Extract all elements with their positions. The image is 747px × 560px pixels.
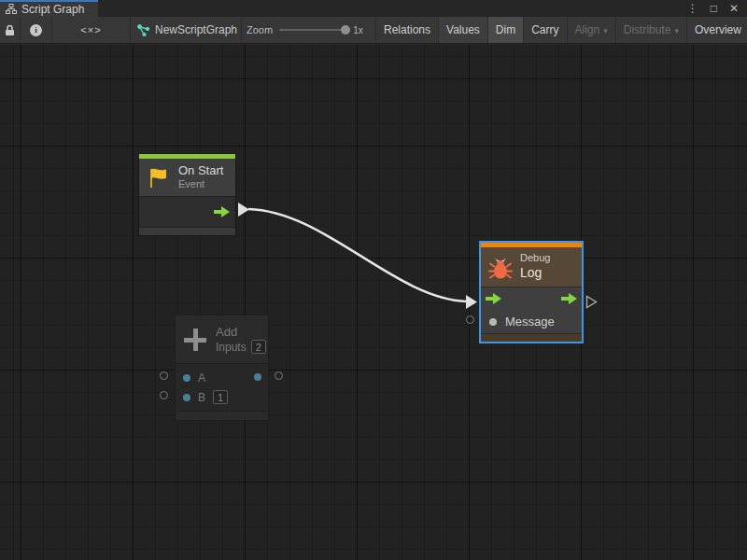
- bug-icon: [488, 255, 513, 280]
- debug-log-node[interactable]: Debug Log Message: [479, 241, 584, 343]
- flow-output-port-icon[interactable]: [214, 206, 230, 217]
- flow-continuation-triangle-icon[interactable]: [585, 295, 598, 309]
- tab-bar: Script Graph ⋮ □ ✕: [0, 0, 747, 17]
- button-label: Distribute: [624, 23, 671, 36]
- debug-log-ports: Message: [481, 287, 582, 333]
- flow-connection-wire[interactable]: [248, 209, 467, 301]
- on-start-header: On Start Event: [139, 159, 235, 196]
- on-start-ports: [139, 196, 235, 227]
- value-port-dot-icon[interactable]: [183, 374, 190, 382]
- info-icon: i: [30, 24, 42, 36]
- node-footer: [139, 227, 235, 235]
- menu-icon[interactable]: ⋮: [687, 3, 698, 14]
- close-icon[interactable]: ✕: [729, 3, 739, 14]
- window-controls: ⋮ □ ✕: [687, 0, 747, 17]
- node-footer: [481, 333, 582, 342]
- code-preview-button[interactable]: <×>: [52, 17, 131, 43]
- graph-hierarchy-icon: [6, 4, 17, 15]
- code-icon: <×>: [80, 24, 101, 35]
- port-label: A: [198, 371, 205, 385]
- node-category: Debug: [520, 252, 550, 265]
- zoom-value: 1x: [353, 25, 363, 35]
- align-button[interactable]: Align ▾: [568, 17, 616, 43]
- flag-icon: [147, 166, 171, 189]
- node-subtitle: Inputs: [216, 341, 247, 354]
- graph-toolbar: i <×> NewScriptGraph Zoom 1x Re: [0, 17, 747, 44]
- debug-log-header: Debug Log: [481, 247, 582, 287]
- relations-button[interactable]: Relations: [376, 17, 439, 43]
- connection-layer: [0, 45, 747, 560]
- port-row-b[interactable]: B 1: [176, 387, 268, 407]
- add-node-dimmed[interactable]: Add Inputs 2 A B 1: [175, 315, 269, 421]
- tab-title: Script Graph: [21, 3, 84, 16]
- overview-button[interactable]: Overview: [687, 17, 747, 43]
- port-row-a[interactable]: A: [176, 368, 268, 387]
- input-b-ring-icon[interactable]: [160, 391, 168, 399]
- button-label: Carry: [531, 23, 558, 36]
- flow-output-port-icon[interactable]: [561, 293, 577, 304]
- node-title: Log: [520, 265, 550, 282]
- values-button[interactable]: Values: [439, 17, 488, 43]
- node-subtitle: Event: [178, 178, 223, 191]
- port-b-value-field[interactable]: 1: [213, 390, 228, 404]
- on-start-event-node[interactable]: On Start Event: [138, 153, 236, 236]
- node-title: Add: [216, 325, 266, 340]
- value-port-dot-icon[interactable]: [183, 394, 190, 401]
- script-graph-asset-icon: [137, 24, 149, 36]
- chevron-down-icon: ▾: [603, 26, 608, 35]
- graph-asset-button[interactable]: NewScriptGraph: [131, 17, 242, 43]
- inputs-count-field[interactable]: 2: [251, 340, 266, 354]
- zoom-control: Zoom 1x: [242, 17, 376, 43]
- carry-button[interactable]: Carry: [524, 17, 567, 43]
- maximize-icon[interactable]: □: [711, 3, 717, 14]
- script-graph-window: Script Graph ⋮ □ ✕ i <×>: [0, 0, 747, 560]
- connection-start-arrowhead-icon: [238, 203, 249, 217]
- tab-script-graph[interactable]: Script Graph: [0, 0, 98, 17]
- zoom-slider-handle[interactable]: [341, 25, 350, 35]
- plus-icon: [184, 329, 206, 351]
- node-footer: [176, 411, 268, 420]
- button-label: Align: [575, 23, 600, 36]
- add-ports: A B 1: [176, 363, 268, 411]
- port-label: B: [198, 391, 205, 404]
- zoom-label: Zoom: [247, 24, 273, 35]
- distribute-button[interactable]: Distribute ▾: [616, 17, 687, 43]
- input-a-ring-icon[interactable]: [160, 371, 168, 380]
- graph-name: NewScriptGraph: [155, 23, 237, 36]
- lock-button[interactable]: [0, 17, 21, 43]
- value-port-dot-icon[interactable]: [489, 318, 497, 326]
- info-button[interactable]: i: [21, 17, 52, 43]
- value-output-dot-icon[interactable]: [254, 373, 261, 381]
- graph-canvas[interactable]: On Start Event: [0, 45, 747, 560]
- message-input-ring-icon[interactable]: [466, 315, 474, 324]
- connection-end-arrowhead-icon: [466, 295, 477, 309]
- output-ring-icon[interactable]: [275, 371, 283, 380]
- node-title: On Start: [178, 163, 223, 178]
- zoom-slider[interactable]: [279, 29, 346, 31]
- button-label: Relations: [384, 23, 430, 36]
- port-label: Message: [505, 315, 555, 329]
- add-header: Add Inputs 2: [176, 315, 268, 363]
- button-label: Dim: [496, 23, 515, 36]
- button-label: Overview: [695, 23, 741, 36]
- lock-icon: [5, 24, 15, 36]
- flow-port-row: [481, 287, 582, 310]
- flow-input-port-icon[interactable]: [486, 293, 501, 304]
- chevron-down-icon: ▾: [674, 26, 679, 35]
- dim-button[interactable]: Dim: [488, 17, 524, 43]
- button-label: Values: [446, 23, 480, 36]
- message-port-row[interactable]: Message: [481, 310, 582, 333]
